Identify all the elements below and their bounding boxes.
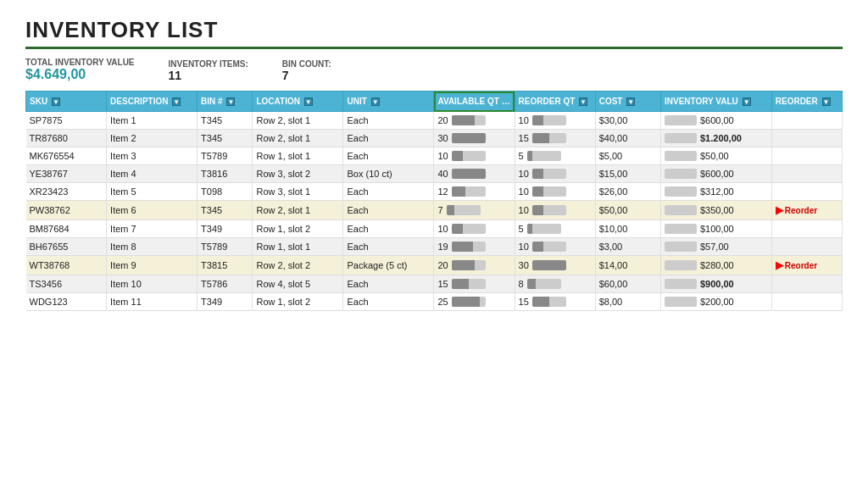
table-header: SKU ▼DESCRIPTION ▼BIN # ▼LOCATION ▼UNIT … <box>26 92 843 112</box>
table-row[interactable]: XR23423Item 5T098Row 3, slot 1Each1210$2… <box>26 183 843 201</box>
cell-bin: T3816 <box>198 165 253 183</box>
filter-icon[interactable]: ▼ <box>504 97 512 106</box>
cell-sku: WDG123 <box>26 293 107 311</box>
filter-icon[interactable]: ▼ <box>626 97 635 106</box>
table-row[interactable]: WT38768Item 9T3815Row 2, slot 2Package (… <box>26 256 843 275</box>
page-title: INVENTORY LIST <box>25 17 843 43</box>
cell-available-qty: 10 <box>434 220 515 238</box>
table-body: SP7875Item 1T345Row 2, slot 1Each2010$30… <box>26 112 843 311</box>
cell-cost: $30,00 <box>595 112 660 130</box>
cell-reorder-flag <box>771 183 842 201</box>
cell-available-qty: 12 <box>434 183 515 201</box>
cell-description: Item 9 <box>107 256 198 275</box>
cell-bin: T5789 <box>198 238 253 256</box>
cell-location: Row 2, slot 2 <box>253 256 343 275</box>
reorder-arrow-icon: ▶ <box>776 259 783 271</box>
cell-description: Item 2 <box>107 130 198 147</box>
cell-location: Row 3, slot 2 <box>253 165 343 183</box>
cell-bin: T098 <box>198 183 253 201</box>
table-row[interactable]: YE38767Item 4T3816Row 3, slot 2Box (10 c… <box>26 165 843 183</box>
col-header-reorder[interactable]: REORDER ▼ <box>771 92 842 112</box>
cell-cost: $14,00 <box>595 256 660 275</box>
cell-unit: Each <box>343 201 434 220</box>
table-row[interactable]: PW38762Item 6T345Row 2, slot 1Each710$50… <box>26 201 843 220</box>
cell-unit: Each <box>343 293 434 311</box>
cell-reorder-qty: 15 <box>515 130 595 147</box>
cell-unit: Each <box>343 183 434 201</box>
cell-inventory-value: $312,00 <box>660 183 771 201</box>
filter-icon[interactable]: ▼ <box>52 97 60 106</box>
cell-description: Item 10 <box>107 275 198 293</box>
col-header-location[interactable]: LOCATION ▼ <box>253 92 343 112</box>
cell-description: Item 11 <box>107 293 198 311</box>
cell-cost: $50,00 <box>595 201 660 220</box>
filter-icon[interactable]: ▼ <box>579 97 587 106</box>
cell-cost: $60,00 <box>595 275 660 293</box>
table-row[interactable]: TS3456Item 10T5786Row 4, slot 5Each158$6… <box>26 275 843 293</box>
cell-available-qty: 15 <box>434 275 515 293</box>
cell-cost: $5,00 <box>595 147 660 165</box>
cell-reorder-flag <box>771 238 842 256</box>
cell-sku: YE38767 <box>26 165 107 183</box>
filter-icon[interactable]: ▼ <box>304 97 313 106</box>
cell-bin: T5786 <box>198 275 253 293</box>
cell-bin: T349 <box>198 293 253 311</box>
cell-sku: TS3456 <box>26 275 107 293</box>
cell-inventory-value: $1.200,00 <box>660 130 771 147</box>
filter-icon[interactable]: ▼ <box>226 97 235 106</box>
col-header-bin[interactable]: BIN # ▼ <box>198 92 253 112</box>
table-row[interactable]: BM87684Item 7T349Row 1, slot 2Each105$10… <box>26 220 843 238</box>
cell-cost: $8,00 <box>595 293 660 311</box>
bin-value: 7 <box>282 69 289 82</box>
filter-icon[interactable]: ▼ <box>822 97 831 106</box>
table-row[interactable]: MK676554Item 3T5789Row 1, slot 1Each105$… <box>26 147 843 165</box>
cell-sku: XR23423 <box>26 183 107 201</box>
cell-sku: SP7875 <box>26 112 107 130</box>
filter-icon[interactable]: ▼ <box>172 97 181 106</box>
items-label: INVENTORY ITEMS: <box>169 59 248 69</box>
cell-inventory-value: $50,00 <box>660 147 771 165</box>
table-row[interactable]: SP7875Item 1T345Row 2, slot 1Each2010$30… <box>26 112 843 130</box>
table-row[interactable]: WDG123Item 11T349Row 1, slot 2Each2515$8… <box>26 293 843 311</box>
cell-available-qty: 40 <box>434 165 515 183</box>
cell-reorder-flag <box>771 130 842 147</box>
cell-bin: T349 <box>198 220 253 238</box>
cell-location: Row 2, slot 1 <box>253 130 343 147</box>
cell-description: Item 5 <box>107 183 198 201</box>
cell-bin: T3815 <box>198 256 253 275</box>
cell-reorder-qty: 10 <box>515 201 595 220</box>
col-header-sku[interactable]: SKU ▼ <box>26 92 107 112</box>
cell-location: Row 1, slot 2 <box>253 220 343 238</box>
cell-description: Item 8 <box>107 238 198 256</box>
cell-inventory-value: $100,00 <box>660 220 771 238</box>
col-header-cost[interactable]: COST ▼ <box>595 92 660 112</box>
inventory-table: SKU ▼DESCRIPTION ▼BIN # ▼LOCATION ▼UNIT … <box>25 91 843 311</box>
cell-available-qty: 20 <box>434 112 515 130</box>
cell-location: Row 4, slot 5 <box>253 275 343 293</box>
filter-icon[interactable]: ▼ <box>743 97 751 106</box>
filter-icon[interactable]: ▼ <box>371 97 380 106</box>
cell-sku: BH67655 <box>26 238 107 256</box>
items-value: 11 <box>169 69 182 82</box>
table-row[interactable]: BH67655Item 8T5789Row 1, slot 1Each1910$… <box>26 238 843 256</box>
cell-inventory-value: $57,00 <box>660 238 771 256</box>
table-row[interactable]: TR87680Item 2T345Row 2, slot 1Each3015$4… <box>26 130 843 147</box>
col-header-unit[interactable]: UNIT ▼ <box>343 92 434 112</box>
cell-inventory-value: $600,00 <box>660 112 771 130</box>
cell-bin: T5789 <box>198 147 253 165</box>
cell-reorder-flag: ▶ Reorder <box>771 256 842 275</box>
col-header-description[interactable]: DESCRIPTION ▼ <box>107 92 198 112</box>
cell-bin: T345 <box>198 130 253 147</box>
cell-description: Item 1 <box>107 112 198 130</box>
cell-cost: $10,00 <box>595 220 660 238</box>
cell-reorder-qty: 8 <box>515 275 595 293</box>
col-header-inventory_value[interactable]: INVENTORY VALU ▼ <box>660 92 771 112</box>
bin-count: BIN COUNT: 7 <box>282 59 331 82</box>
cell-unit: Each <box>343 130 434 147</box>
cell-reorder-qty: 10 <box>515 183 595 201</box>
bin-label: BIN COUNT: <box>282 59 331 69</box>
col-header-reorder_qty[interactable]: REORDER QT ▼ <box>515 92 595 112</box>
col-header-available_qty[interactable]: AVAILABLE QT ▼ <box>434 92 515 112</box>
cell-cost: $15,00 <box>595 165 660 183</box>
cell-description: Item 3 <box>107 147 198 165</box>
